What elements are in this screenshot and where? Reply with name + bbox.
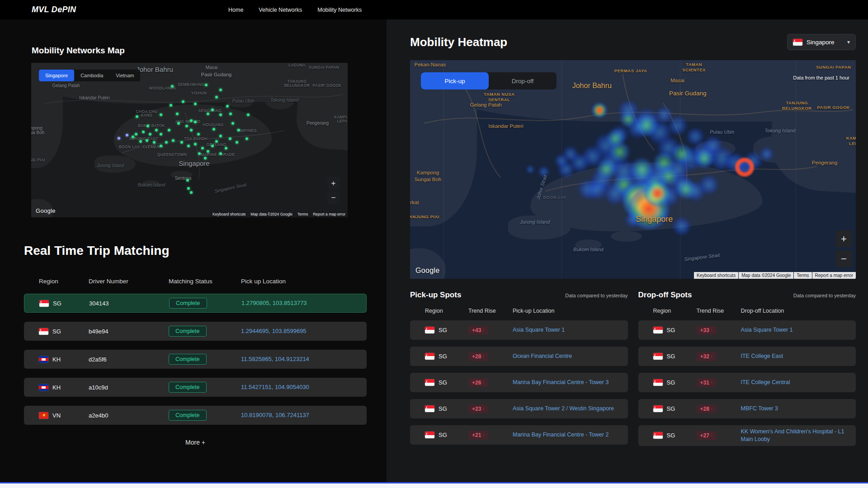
- heat-blob-warm: [609, 141, 630, 162]
- land-singapore: [113, 102, 273, 169]
- pickup-spot-row[interactable]: SG +26↑ Marina Bay Financial Centre - To…: [410, 373, 628, 392]
- mobility-networks-map[interactable]: Johor BahruMasaiPasir GudangLAGUNASUNGAI…: [31, 63, 348, 217]
- nav-item-vehicle-networks[interactable]: Vehicle Networks: [259, 7, 302, 13]
- dropoff-spot-row[interactable]: SG +31↑ ITE College Central: [638, 373, 856, 392]
- dropoff-toggle-button[interactable]: Drop-off: [489, 72, 557, 89]
- pickup-spot-row[interactable]: SG +28↑ Ocean Financial Centre: [410, 347, 628, 366]
- nav-links: Home Vehicle Networks Mobility Networks: [228, 7, 362, 13]
- region-code: SG: [53, 300, 61, 307]
- map-data-label: Map data ©2024 Google: [739, 272, 793, 279]
- pickup-location-link[interactable]: 11.5825865, 104.9123214: [241, 355, 359, 363]
- heat-blob-cool: [648, 121, 671, 144]
- dropoff-spot-row[interactable]: SG +33↑ Asia Square Tower 1: [638, 320, 856, 340]
- pickup-location-link[interactable]: 1.2944695, 103.8599695: [241, 327, 359, 335]
- trend-badge: +32↑: [697, 352, 717, 361]
- pickup-location-link[interactable]: 10.8190078, 106.7241137: [241, 411, 359, 419]
- map-data-label: Map data ©2024 Google: [248, 211, 295, 217]
- pickup-location-link[interactable]: 1.2790805, 103.8513773: [241, 299, 359, 307]
- dropoff-spot-row[interactable]: SG +27↑ KK Women's And Children's Hospit…: [638, 425, 856, 446]
- report-map-error-link[interactable]: Report a map error: [311, 211, 348, 217]
- terms-link[interactable]: Terms: [295, 211, 310, 217]
- dropoff-spots-panel: Drop-off Spots Data compared to yesterda…: [638, 291, 856, 453]
- pickup-location-link[interactable]: Asia Square Tower 1: [513, 326, 623, 334]
- trend-badge: +23↑: [468, 404, 488, 413]
- data-period-note: Data from the past 1 hour: [793, 75, 849, 80]
- brand-logo[interactable]: MVL DePIN: [32, 5, 76, 14]
- report-map-error-link[interactable]: Report a map error: [812, 272, 856, 279]
- trip-row[interactable]: KH a10c9d Complete 11.5427151, 104.90540…: [24, 378, 367, 397]
- nav-item-home[interactable]: Home: [228, 7, 243, 13]
- region-code: SG: [667, 327, 675, 333]
- zoom-controls: + −: [835, 230, 852, 267]
- terms-link[interactable]: Terms: [794, 272, 811, 279]
- pickup-toggle-button[interactable]: Pick-up: [421, 72, 489, 89]
- tab-vietnam[interactable]: Vietnam: [109, 70, 140, 81]
- pickup-location-link[interactable]: Marina Bay Financial Centre - Tower 3: [513, 379, 623, 386]
- keyboard-shortcuts-link[interactable]: Keyboard shortcuts: [210, 211, 248, 217]
- country-select[interactable]: Singapore ▾: [787, 34, 856, 50]
- driver-number: d2a5f6: [89, 356, 169, 363]
- land-sentosa: [611, 231, 642, 242]
- trend-up-icon: ↑: [482, 328, 485, 333]
- dropoff-location-link[interactable]: MBFC Tower 3: [741, 405, 851, 413]
- dropoff-table-header: Region Trend Rise Drop-off Location: [638, 308, 856, 314]
- region-code: SG: [667, 405, 675, 412]
- trip-row[interactable]: KH d2a5f6 Complete 11.5825865, 104.91232…: [24, 350, 367, 369]
- trip-row[interactable]: SG b49e94 Complete 1.2944695, 103.859969…: [24, 322, 367, 341]
- region-code: SG: [439, 432, 447, 438]
- status-badge: Complete: [169, 354, 207, 365]
- zoom-in-button[interactable]: +: [835, 230, 852, 247]
- region-code: KH: [52, 384, 61, 391]
- keyboard-shortcuts-link[interactable]: Keyboard shortcuts: [694, 272, 738, 279]
- dropoff-location-link[interactable]: ITE College Central: [741, 379, 851, 386]
- main-content: Mobility Networks Map Johor BahruMasaiPa…: [0, 19, 868, 488]
- dropoff-location-link[interactable]: KK Women's And Children's Hospital - L1 …: [741, 428, 851, 443]
- dropoff-spot-row[interactable]: SG +32↑ ITE College East: [638, 347, 856, 366]
- flag-kh-icon: [39, 384, 48, 391]
- pickup-spots-title: Pick-up Spots: [410, 291, 461, 300]
- zoom-in-button[interactable]: +: [327, 177, 340, 189]
- trip-row[interactable]: VN a2e4b0 Complete 10.8190078, 106.72411…: [24, 406, 367, 425]
- col-pickup-location: Pick-up Location: [513, 308, 623, 314]
- pickup-spot-row[interactable]: SG +21↑ Marina Bay Financial Centre - To…: [410, 425, 628, 445]
- pickup-spot-row[interactable]: SG +43↑ Asia Square Tower 1: [410, 320, 628, 340]
- dropoff-location-link[interactable]: ITE College East: [741, 352, 851, 360]
- more-button[interactable]: More +: [183, 438, 208, 446]
- zoom-out-button[interactable]: −: [835, 250, 852, 267]
- tab-singapore[interactable]: Singapore: [39, 70, 74, 81]
- nav-item-mobility-networks[interactable]: Mobility Networks: [317, 7, 362, 13]
- flag-sg-icon: [793, 39, 802, 46]
- trend-up-icon: ↑: [482, 432, 485, 437]
- region-code: VN: [52, 412, 61, 419]
- land-bukom: [575, 239, 602, 250]
- region-code: SG: [439, 379, 447, 386]
- pickup-location-link[interactable]: Ocean Financial Centre: [513, 352, 623, 360]
- dropoff-spot-row[interactable]: SG +28↑ MBFC Tower 3: [638, 399, 856, 418]
- right-column: Mobility Heatmap Singapore ▾: [410, 19, 856, 488]
- pickup-location-link[interactable]: Asia Square Tower 2 / Westin Singapore: [513, 405, 623, 413]
- region-code: SG: [52, 328, 61, 335]
- pickup-location-link[interactable]: Marina Bay Financial Centre - Tower 2: [513, 431, 623, 439]
- trend-badge: +28↑: [468, 352, 488, 361]
- zoom-out-button[interactable]: −: [327, 192, 340, 204]
- heat-blob-cool: [538, 166, 549, 177]
- trend-badge: +27↑: [697, 431, 717, 440]
- pickup-location-link[interactable]: 11.5427151, 104.9054030: [241, 383, 359, 391]
- map-attribution: Keyboard shortcuts Map data ©2024 Google…: [694, 272, 856, 279]
- trend-badge: +28↑: [697, 404, 717, 413]
- land-bukom: [142, 180, 160, 187]
- tab-cambodia[interactable]: Cambodia: [74, 70, 109, 81]
- driver-number: 304143: [89, 300, 169, 307]
- mobility-heatmap-map[interactable]: Pekan-NanasPERMAS JAYATAMANSCIENTEXMasai…: [410, 60, 856, 279]
- status-badge: Complete: [169, 326, 207, 337]
- pickup-spot-row[interactable]: SG +23↑ Asia Square Tower 2 / Westin Sin…: [410, 399, 628, 418]
- region-code: SG: [439, 327, 447, 333]
- driver-dot: [186, 179, 189, 182]
- dropoff-location-link[interactable]: Asia Square Tower 1: [741, 326, 851, 334]
- chevron-down-icon: ▾: [847, 39, 850, 45]
- trip-row[interactable]: SG 304143 Complete 1.2790805, 103.851377…: [24, 294, 367, 313]
- trend-badge: +31↑: [697, 378, 717, 387]
- map-label: Singapore Strait: [684, 252, 720, 262]
- trend-up-icon: ↑: [482, 380, 485, 385]
- trip-table-header: Region Driver Number Matching Status Pic…: [24, 278, 367, 285]
